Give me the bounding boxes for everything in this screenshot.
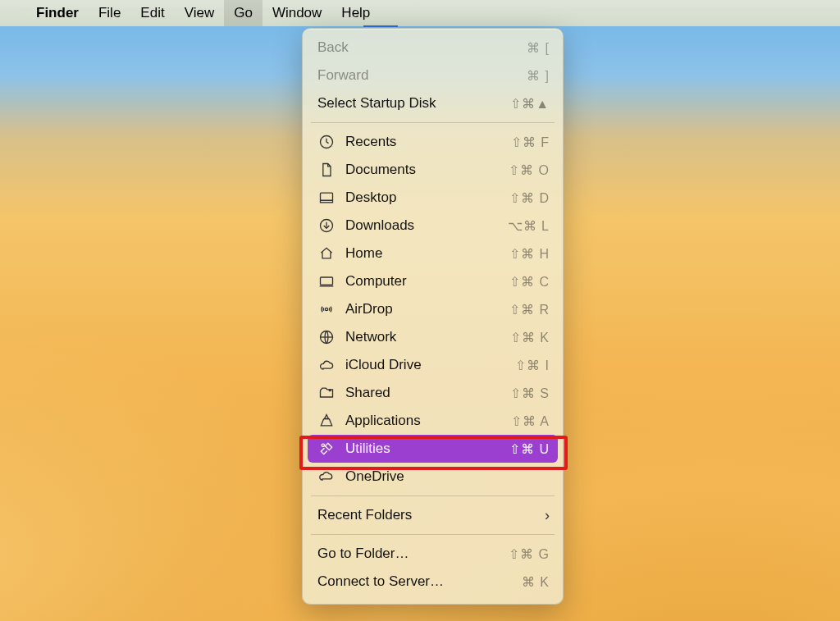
cloud-icon	[317, 357, 336, 373]
menu-connect-to-server[interactable]: Connect to Server… ⌘ K	[303, 568, 563, 596]
download-icon	[317, 217, 336, 234]
menu-recent-folders[interactable]: Recent Folders ›	[303, 501, 563, 529]
menu-shared[interactable]: Shared ⇧⌘ S	[303, 379, 563, 407]
menu-label: Downloads	[345, 217, 498, 234]
svg-rect-1	[321, 193, 333, 200]
chevron-right-icon: ›	[545, 507, 550, 524]
menu-label: Network	[345, 329, 500, 345]
home-icon	[317, 245, 336, 262]
network-icon	[317, 329, 336, 345]
menu-label: Recent Folders	[317, 507, 535, 523]
menu-shortcut: ⌥⌘ L	[508, 218, 550, 234]
menu-computer[interactable]: Computer ⇧⌘ C	[303, 267, 563, 295]
menu-label: iCloud Drive	[345, 357, 505, 373]
menu-separator	[311, 122, 555, 123]
menu-shortcut: ⌘ ]	[527, 68, 550, 84]
menu-desktop[interactable]: Desktop ⇧⌘ D	[303, 184, 563, 212]
menu-shortcut: ⇧⌘ I	[515, 358, 550, 373]
menu-airdrop[interactable]: AirDrop ⇧⌘ R	[303, 295, 563, 323]
menubar-app-name[interactable]: Finder	[26, 0, 89, 26]
shared-icon	[317, 385, 336, 401]
menu-shortcut: ⌘ K	[522, 574, 550, 590]
menubar-help[interactable]: Help	[331, 0, 380, 26]
menu-label: Recents	[345, 134, 501, 150]
menubar-window[interactable]: Window	[262, 0, 331, 26]
menu-recents[interactable]: Recents ⇧⌘ F	[303, 128, 563, 156]
menu-applications[interactable]: Applications ⇧⌘ A	[303, 407, 563, 435]
menu-label: AirDrop	[345, 301, 500, 317]
menu-label: Back	[317, 39, 517, 56]
svg-point-5	[325, 308, 327, 310]
menu-label: OneDrive	[345, 468, 540, 485]
menu-utilities[interactable]: Utilities ⇧⌘ U	[308, 435, 558, 463]
menu-shortcut: ⇧⌘ H	[509, 246, 550, 262]
menu-network[interactable]: Network ⇧⌘ K	[303, 323, 563, 351]
active-underline	[363, 25, 398, 27]
menu-separator	[311, 495, 555, 496]
menu-forward[interactable]: Forward ⌘ ]	[303, 62, 563, 89]
menubar-view[interactable]: View	[175, 0, 225, 26]
menu-shortcut: ⇧⌘ C	[509, 274, 550, 290]
document-icon	[317, 162, 336, 178]
menu-label: Documents	[345, 162, 499, 178]
menu-downloads[interactable]: Downloads ⌥⌘ L	[303, 212, 563, 240]
menu-label: Home	[345, 245, 500, 262]
menu-shortcut: ⌘ [	[527, 40, 550, 56]
menu-shortcut: ⇧⌘▲	[510, 96, 550, 112]
menu-go-to-folder[interactable]: Go to Folder… ⇧⌘ G	[303, 540, 563, 568]
menu-onedrive[interactable]: OneDrive	[303, 463, 563, 491]
svg-rect-2	[321, 200, 333, 203]
svg-rect-4	[321, 277, 333, 285]
menu-label: Utilities	[345, 441, 500, 457]
desktop-icon	[317, 189, 336, 206]
menu-shortcut: ⇧⌘ G	[509, 546, 550, 562]
menu-shortcut: ⇧⌘ O	[509, 162, 550, 178]
menubar-edit[interactable]: Edit	[130, 0, 174, 26]
menu-shortcut: ⇧⌘ R	[509, 302, 550, 317]
menubar-file[interactable]: File	[89, 0, 130, 26]
menu-shortcut: ⇧⌘ F	[511, 135, 550, 150]
menu-label: Select Startup Disk	[317, 95, 500, 112]
menu-label: Desktop	[345, 189, 500, 206]
menu-select-startup-disk[interactable]: Select Startup Disk ⇧⌘▲	[303, 89, 563, 117]
go-dropdown-menu: Back ⌘ [ Forward ⌘ ] Select Startup Disk…	[302, 28, 564, 605]
utilities-icon	[317, 441, 336, 457]
menu-shortcut: ⇧⌘ S	[510, 386, 550, 401]
menu-shortcut: ⇧⌘ D	[509, 190, 550, 206]
menu-documents[interactable]: Documents ⇧⌘ O	[303, 156, 563, 184]
menu-back[interactable]: Back ⌘ [	[303, 34, 563, 62]
menu-label: Connect to Server…	[317, 573, 512, 590]
menu-label: Shared	[345, 385, 500, 401]
menu-label: Go to Folder…	[317, 546, 499, 562]
menu-icloud-drive[interactable]: iCloud Drive ⇧⌘ I	[303, 351, 563, 379]
onedrive-icon	[317, 468, 336, 485]
menu-label: Applications	[345, 413, 501, 429]
applications-icon	[317, 413, 336, 429]
menu-home[interactable]: Home ⇧⌘ H	[303, 240, 563, 267]
menu-label: Computer	[345, 273, 500, 290]
menu-shortcut: ⇧⌘ A	[511, 413, 550, 429]
menu-shortcut: ⇧⌘ U	[509, 441, 550, 457]
menubar: Finder File Edit View Go Window Help	[0, 0, 840, 26]
clock-icon	[317, 134, 336, 150]
svg-point-7	[329, 389, 331, 391]
menu-label: Forward	[317, 67, 517, 84]
menu-separator	[311, 534, 555, 535]
computer-icon	[317, 273, 336, 290]
airdrop-icon	[317, 301, 336, 317]
menu-shortcut: ⇧⌘ K	[510, 330, 550, 345]
svg-point-8	[322, 444, 324, 446]
menubar-go[interactable]: Go	[224, 0, 262, 26]
